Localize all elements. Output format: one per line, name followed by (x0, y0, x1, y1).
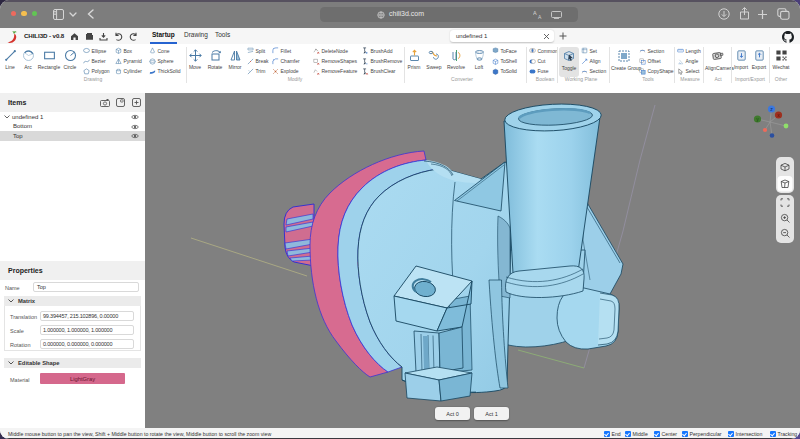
svg-text:A: A (538, 14, 542, 20)
svg-text:ᴬ: ᴬ (533, 10, 537, 19)
